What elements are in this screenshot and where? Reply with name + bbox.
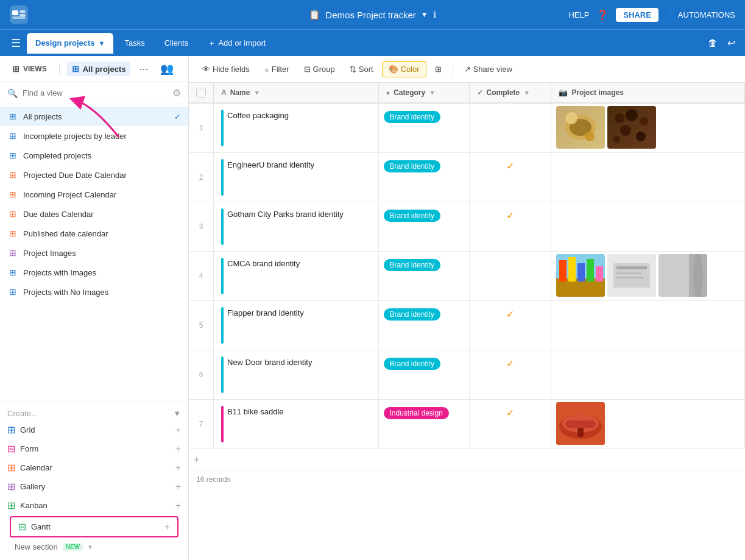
add-import-button[interactable]: ＋ Add or import [199,34,274,52]
images-cell-6[interactable] [551,350,745,400]
sidebar-item-projects-with-images[interactable]: ⊞ Projects with Images [0,263,188,282]
sidebar-item-incomplete-by-leader[interactable]: ⊞ Incomplete projects by leader [0,126,188,146]
category-badge-3[interactable]: Brand identity [384,210,440,222]
sidebar-item-incoming-calendar[interactable]: ⊞ Incoming Project Calendar [0,185,188,204]
share-view-button[interactable]: ↗ Share view [458,62,518,77]
info-icon[interactable]: ℹ [433,10,436,19]
plus-icon-section[interactable]: + [88,542,93,551]
svg-rect-4 [12,16,26,19]
views-button[interactable]: ⊞ VIEWS [7,62,52,76]
sidebar-item-published-date[interactable]: ⊞ Published date calendar [0,224,188,243]
images-cell-1[interactable] [551,103,745,153]
complete-cell-6[interactable]: ✓ [469,350,551,400]
create-form-item[interactable]: ⊟ Form + [7,439,181,458]
col-checkbox[interactable] [189,83,214,103]
category-cell-5[interactable]: Brand identity [378,301,469,350]
complete-cell-7[interactable]: ✓ [469,400,551,449]
settings-icon[interactable]: ⚙ [172,87,181,99]
name-cell-1[interactable]: Coffee packaging [214,103,379,153]
plus-icon-grid[interactable]: + [175,425,181,436]
col-name[interactable]: A Name ▼ [214,83,379,103]
eye-icon: 👁 [202,65,210,74]
images-cell-5[interactable] [551,301,745,350]
hide-fields-button[interactable]: 👁 Hide fields [196,62,256,77]
category-badge-4[interactable]: Brand identity [384,259,440,271]
nav-tab-tasks[interactable]: Tasks [116,33,153,54]
plus-icon-gallery[interactable]: + [175,481,181,492]
gallery-view-icon: ⊞ [7,247,18,258]
all-projects-toolbar-tab[interactable]: ⊞ All projects [67,62,131,76]
people-button[interactable]: 👥 [157,61,177,77]
name-cell-3[interactable]: Gotham City Parks brand identity [214,202,379,252]
create-kanban-item[interactable]: ⊞ Kanban + [7,496,181,515]
category-badge-5[interactable]: Brand identity [384,308,440,321]
images-cell-3[interactable] [551,202,745,252]
col-category[interactable]: ● Category ▼ [378,83,469,103]
plus-icon-gantt[interactable]: + [164,522,170,533]
project-title[interactable]: Demos Project tracker [325,10,415,20]
col-images[interactable]: 📷 Project images [551,83,745,103]
sidebar-item-projected-due-date[interactable]: ⊞ Projected Due Date Calendar [0,165,188,185]
name-cell-4[interactable]: CMCA brand identity [214,252,379,301]
category-badge-7[interactable]: Industrial design [384,407,449,419]
complete-cell-1[interactable] [469,103,551,153]
plus-icon-calendar[interactable]: + [175,463,181,473]
name-cell-6[interactable]: New Door brand identity [214,350,379,400]
category-badge-1[interactable]: Brand identity [384,111,440,123]
create-gallery-item[interactable]: ⊞ Gallery + [7,477,181,496]
images-cell-7[interactable] [551,400,745,449]
category-cell-7[interactable]: Industrial design [378,400,469,449]
new-section-row[interactable]: New section NEW + [7,539,181,555]
name-cell-7[interactable]: B11 bike saddle [214,400,379,449]
complete-cell-4[interactable] [469,252,551,301]
help-icon[interactable]: ❓ [596,9,609,21]
category-cell-6[interactable]: Brand identity [378,350,469,400]
plus-icon-form[interactable]: + [175,444,181,455]
sidebar-item-due-dates[interactable]: ⊞ Due dates Calendar [0,204,188,224]
dropdown-arrow-icon[interactable]: ▼ [421,10,428,19]
create-calendar-item[interactable]: ⊞ Calendar + [7,458,181,477]
sort-button[interactable]: ⇅ Sort [344,62,380,77]
complete-cell-3[interactable]: ✓ [469,202,551,252]
create-grid-item[interactable]: ⊞ Grid + [7,420,181,439]
row-name-3: Gotham City Parks brand identity [227,207,344,219]
more-options-button[interactable]: ··· [135,62,152,77]
complete-cell-2[interactable]: ✓ [469,153,551,202]
add-row-button[interactable]: + [189,449,745,470]
sidebar-item-projects-no-images[interactable]: ⊞ Projects with No Images [0,282,188,302]
images-cell-2[interactable] [551,153,745,202]
complete-cell-5[interactable]: ✓ [469,301,551,350]
category-cell-4[interactable]: Brand identity [378,252,469,301]
color-button[interactable]: 🎨 Color [382,61,426,77]
automations-button[interactable]: 👤 AUTOMATIONS [666,10,735,19]
category-badge-6[interactable]: Brand identity [384,358,440,370]
create-header[interactable]: Create... ▼ [7,406,181,420]
plus-icon-kanban[interactable]: + [175,500,181,511]
category-cell-3[interactable]: Brand identity [378,202,469,252]
filter-button[interactable]: ⬦ Filter [258,62,295,77]
group-button[interactable]: ⊟ Group [298,62,341,77]
nav-tab-design-projects[interactable]: Design projects ▼ [27,33,113,54]
sidebar-item-all-projects[interactable]: ⊞ All projects ✓ [0,107,188,126]
category-cell-1[interactable]: Brand identity [378,103,469,153]
sidebar-item-project-images[interactable]: ⊞ Project Images [0,243,188,263]
name-cell-5[interactable]: Flapper brand identity [214,301,379,350]
find-view-input[interactable] [23,88,168,97]
table-view-toggle[interactable]: ⊞ [429,62,448,77]
hamburger-button[interactable]: ☰ [7,33,24,54]
nav-tab-clients[interactable]: Clients [156,33,197,54]
category-cell-2[interactable]: Brand identity [378,153,469,202]
sidebar-item-completed-projects[interactable]: ⊞ Completed projects [0,146,188,165]
undo-button[interactable]: ↩ [725,35,738,51]
share-button[interactable]: SHARE [616,8,658,22]
app-logo[interactable] [10,5,28,24]
images-cell-4[interactable] [551,252,745,301]
col-complete[interactable]: ✓ Complete ▼ [469,83,551,103]
trash-button[interactable]: 🗑 [705,35,720,51]
select-all-checkbox[interactable] [196,88,206,97]
help-label[interactable]: HELP [568,10,589,19]
name-cell-2[interactable]: EngineerU brand identity [214,153,379,202]
category-badge-2[interactable]: Brand identity [384,160,440,172]
gantt-item[interactable]: ⊟ Gantt + [10,516,178,537]
row-color-bar-6 [221,356,224,393]
